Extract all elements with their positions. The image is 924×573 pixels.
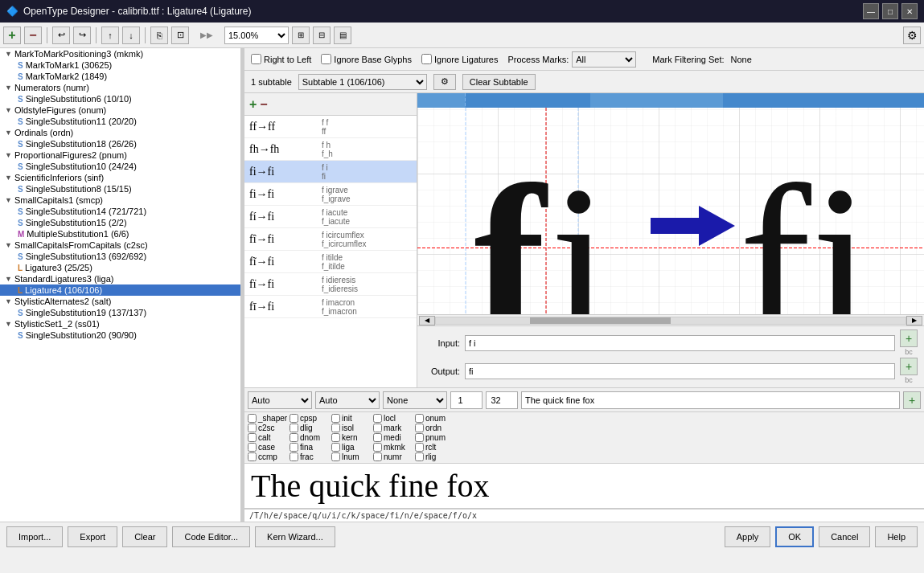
feature-checkbox[interactable]	[415, 452, 424, 461]
rtl-checkbox[interactable]	[251, 54, 261, 64]
tree-item[interactable]: LLigature4 (106/106)	[0, 284, 240, 296]
tree-item[interactable]: SSingleSubstitution19 (137/137)	[0, 307, 240, 318]
subtable-select[interactable]: Subtable 1 (106/106)	[298, 74, 427, 90]
add-preview-button[interactable]: +	[903, 391, 921, 409]
feature-checkbox[interactable]	[248, 424, 257, 432]
feature-checkbox[interactable]	[331, 433, 340, 442]
tree-item[interactable]: ▼ScientificInferiors (sinf)	[0, 172, 240, 183]
feature-checkbox-label[interactable]: ordn	[415, 424, 455, 432]
add-button[interactable]: +	[3, 27, 21, 44]
feature-checkbox-label[interactable]: dlig	[290, 424, 330, 432]
paste-button[interactable]: ⊡	[171, 27, 189, 44]
tree-item[interactable]: SSingleSubstitution10 (24/24)	[0, 161, 240, 172]
zoom-fit-button[interactable]: ⊞	[292, 27, 310, 44]
help-button[interactable]: Help	[875, 526, 918, 547]
clear-button[interactable]: Clear	[122, 526, 167, 547]
feature-checkbox[interactable]	[373, 433, 382, 442]
size-input-2[interactable]	[486, 391, 518, 409]
tree-item[interactable]: SSingleSubstitution18 (26/26)	[0, 138, 240, 149]
feature-checkbox-label[interactable]: liga	[331, 443, 372, 452]
tree-item[interactable]: SMarkToMark1 (30625)	[0, 59, 240, 71]
feature-checkbox-label[interactable]: case	[248, 443, 288, 452]
feature-checkbox-label[interactable]: pnum	[415, 433, 455, 442]
feature-checkbox-label[interactable]: rlig	[415, 452, 455, 461]
feature-checkbox-label[interactable]: _shaper	[248, 414, 288, 423]
feature-checkbox-label[interactable]: cpsp	[290, 414, 330, 423]
tree-item[interactable]: SSingleSubstitution14 (721/721)	[0, 206, 240, 217]
tree-item[interactable]: SSingleSubstitution6 (10/10)	[0, 93, 240, 104]
tree-item[interactable]: ▼OldstyleFigures (onum)	[0, 104, 240, 116]
input-field[interactable]	[465, 335, 895, 351]
tree-item[interactable]: SMarkToMark2 (1849)	[0, 71, 240, 82]
feature-checkbox[interactable]	[290, 424, 298, 432]
zoom-layout-button[interactable]: ▤	[334, 27, 351, 44]
list-item[interactable]: ff→fff fff	[244, 116, 417, 138]
clear-subtable-button[interactable]: Clear Subtable	[462, 74, 536, 90]
scroll-right-button[interactable]: ▶	[906, 316, 922, 325]
feature-checkbox-label[interactable]: fina	[290, 443, 330, 452]
right-to-left-check[interactable]: Right to Left	[251, 54, 311, 64]
feature-checkbox[interactable]	[415, 424, 424, 432]
list-item[interactable]: fh→fhf hf_h	[244, 138, 417, 161]
zoom-grid-button[interactable]: ⊟	[313, 27, 331, 44]
feature-checkbox-label[interactable]: medi	[373, 433, 413, 442]
ignore-lig-checkbox[interactable]	[421, 54, 432, 64]
font-style-select[interactable]: Auto	[315, 391, 380, 409]
undo-button[interactable]: ↩	[52, 27, 70, 44]
export-button[interactable]: Export	[68, 526, 117, 547]
horizontal-scrollbar[interactable]: ◀ ▶	[417, 314, 924, 325]
feature-checkbox[interactable]	[331, 424, 340, 432]
maximize-button[interactable]: □	[882, 3, 898, 19]
feature-checkbox-label[interactable]: ccmp	[248, 452, 288, 461]
feature-checkbox[interactable]	[373, 452, 382, 461]
feature-checkbox-label[interactable]: calt	[248, 433, 288, 442]
feature-checkbox[interactable]	[290, 433, 298, 442]
tree-item[interactable]: SSingleSubstitution11 (20/20)	[0, 116, 240, 127]
feature-checkbox[interactable]	[331, 414, 340, 423]
feature-checkbox[interactable]	[248, 443, 257, 452]
feature-checkbox[interactable]	[373, 414, 382, 423]
feature-checkbox[interactable]	[248, 414, 257, 423]
ignore-ligatures-check[interactable]: Ignore Ligatures	[421, 54, 499, 64]
cancel-button[interactable]: Cancel	[819, 526, 870, 547]
add-ligature-button[interactable]: +	[249, 97, 257, 112]
tree-item[interactable]: SSingleSubstitution8 (15/15)	[0, 183, 240, 194]
tree-item[interactable]: ▼Numerators (numr)	[0, 82, 240, 93]
feature-checkbox-label[interactable]: init	[331, 414, 372, 423]
list-item[interactable]: fĩ→fif itildef_itilde	[244, 251, 417, 273]
apply-button[interactable]: Apply	[725, 526, 771, 547]
tree-item[interactable]: ▼SmallCapitalsFromCapitals (c2sc)	[0, 239, 240, 251]
ignore-base-check[interactable]: Ignore Base Glyphs	[321, 54, 412, 64]
tree-item[interactable]: ▼StylisticAlternates2 (salt)	[0, 296, 240, 307]
font-family-select[interactable]: Auto	[248, 391, 312, 409]
feature-checkbox[interactable]	[415, 433, 424, 442]
feature-checkbox-label[interactable]: isol	[331, 424, 372, 432]
glyph-canvas[interactable]: f i fi 648 503 1135	[417, 93, 924, 314]
feature-checkbox-label[interactable]: c2sc	[248, 424, 288, 432]
minimize-button[interactable]: —	[863, 3, 879, 19]
tree-item[interactable]: ▼MarkToMarkPositioning3 (mkmk)	[0, 48, 240, 59]
scroll-thumb-h[interactable]	[530, 317, 671, 324]
tree-item[interactable]: LLigature3 (25/25)	[0, 262, 240, 273]
preview-text-input[interactable]	[521, 391, 900, 409]
feature-checkbox[interactable]	[290, 452, 298, 461]
import-button[interactable]: Import...	[6, 526, 63, 547]
tree-item[interactable]: ▼StandardLigatures3 (liga)	[0, 273, 240, 284]
tree-item[interactable]: SSingleSubstitution13 (692/692)	[0, 251, 240, 262]
feature-checkbox-label[interactable]: numr	[373, 452, 413, 461]
copy-button[interactable]: ⎘	[150, 27, 168, 44]
scroll-left-button[interactable]: ◀	[419, 316, 435, 325]
feature-checkbox[interactable]	[373, 443, 382, 452]
tree-item[interactable]: SSingleSubstitution15 (2/2)	[0, 217, 240, 228]
close-button[interactable]: ✕	[901, 3, 918, 19]
feature-checkbox-label[interactable]: frac	[290, 452, 330, 461]
list-item[interactable]: fi→fif ifi	[244, 161, 417, 183]
add-glyph-button-2[interactable]: +	[900, 358, 918, 375]
list-item[interactable]: fî→fif icircumflexf_icircumflex	[244, 228, 417, 251]
feature-checkbox[interactable]	[331, 443, 340, 452]
feature-checkbox[interactable]	[248, 433, 257, 442]
kern-wizard-button[interactable]: Kern Wizard...	[255, 526, 335, 547]
list-item[interactable]: fï→fif idieresisf_idieresis	[244, 273, 417, 296]
feature-checkbox-label[interactable]: onum	[415, 414, 455, 423]
list-item[interactable]: fi→fif igravef_igrave	[244, 183, 417, 206]
